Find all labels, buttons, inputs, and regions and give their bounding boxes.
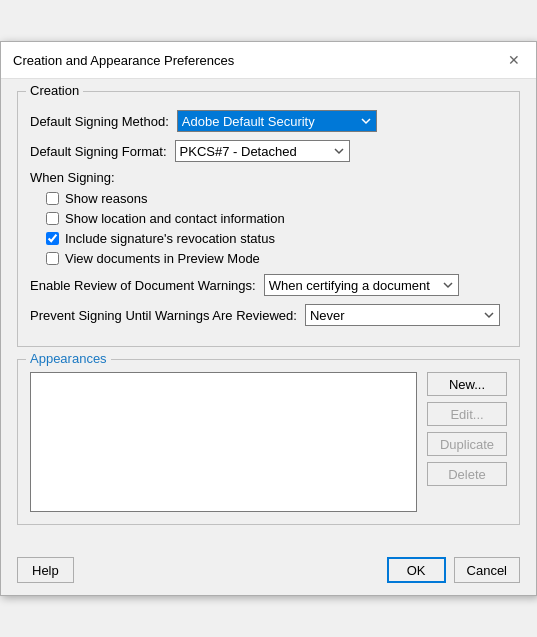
footer-right: OK Cancel xyxy=(387,557,520,583)
enable-review-select[interactable]: When certifying a document xyxy=(264,274,459,296)
appearances-content: New... Edit... Duplicate Delete xyxy=(30,372,507,512)
new-button[interactable]: New... xyxy=(427,372,507,396)
close-button[interactable]: ✕ xyxy=(504,50,524,70)
delete-button[interactable]: Delete xyxy=(427,462,507,486)
creation-section-title: Creation xyxy=(26,83,83,98)
help-button[interactable]: Help xyxy=(17,557,74,583)
dialog-title: Creation and Appearance Preferences xyxy=(13,53,234,68)
signing-format-select[interactable]: PKCS#7 - Detached xyxy=(175,140,350,162)
signing-method-select[interactable]: Adobe Default Security xyxy=(177,110,377,132)
edit-button[interactable]: Edit... xyxy=(427,402,507,426)
prevent-signing-select[interactable]: Never xyxy=(305,304,500,326)
include-revocation-row: Include signature's revocation status xyxy=(46,231,507,246)
show-reasons-checkbox[interactable] xyxy=(46,192,59,205)
view-preview-checkbox[interactable] xyxy=(46,252,59,265)
view-preview-row: View documents in Preview Mode xyxy=(46,251,507,266)
show-reasons-row: Show reasons xyxy=(46,191,507,206)
signing-format-row: Default Signing Format: PKCS#7 - Detache… xyxy=(30,140,507,162)
enable-review-label: Enable Review of Document Warnings: xyxy=(30,278,256,293)
creation-section: Creation Default Signing Method: Adobe D… xyxy=(17,91,520,347)
appearances-buttons: New... Edit... Duplicate Delete xyxy=(427,372,507,512)
include-revocation-checkbox[interactable] xyxy=(46,232,59,245)
main-content: Creation Default Signing Method: Adobe D… xyxy=(1,79,536,549)
signing-format-label: Default Signing Format: xyxy=(30,144,167,159)
signing-method-row: Default Signing Method: Adobe Default Se… xyxy=(30,110,507,132)
footer: Help OK Cancel xyxy=(1,549,536,595)
appearances-section-title: Appearances xyxy=(26,351,111,366)
duplicate-button[interactable]: Duplicate xyxy=(427,432,507,456)
include-revocation-label: Include signature's revocation status xyxy=(65,231,275,246)
prevent-signing-label: Prevent Signing Until Warnings Are Revie… xyxy=(30,308,297,323)
appearances-section: Appearances New... Edit... Duplicate Del… xyxy=(17,359,520,525)
cancel-button[interactable]: Cancel xyxy=(454,557,520,583)
show-reasons-label: Show reasons xyxy=(65,191,147,206)
show-location-checkbox[interactable] xyxy=(46,212,59,225)
title-bar: Creation and Appearance Preferences ✕ xyxy=(1,42,536,79)
prevent-signing-row: Prevent Signing Until Warnings Are Revie… xyxy=(30,304,507,326)
appearances-list xyxy=(30,372,417,512)
view-preview-label: View documents in Preview Mode xyxy=(65,251,260,266)
enable-review-row: Enable Review of Document Warnings: When… xyxy=(30,274,507,296)
show-location-row: Show location and contact information xyxy=(46,211,507,226)
show-location-label: Show location and contact information xyxy=(65,211,285,226)
signing-method-label: Default Signing Method: xyxy=(30,114,169,129)
when-signing-label: When Signing: xyxy=(30,170,507,185)
ok-button[interactable]: OK xyxy=(387,557,446,583)
dialog: Creation and Appearance Preferences ✕ Cr… xyxy=(0,41,537,596)
